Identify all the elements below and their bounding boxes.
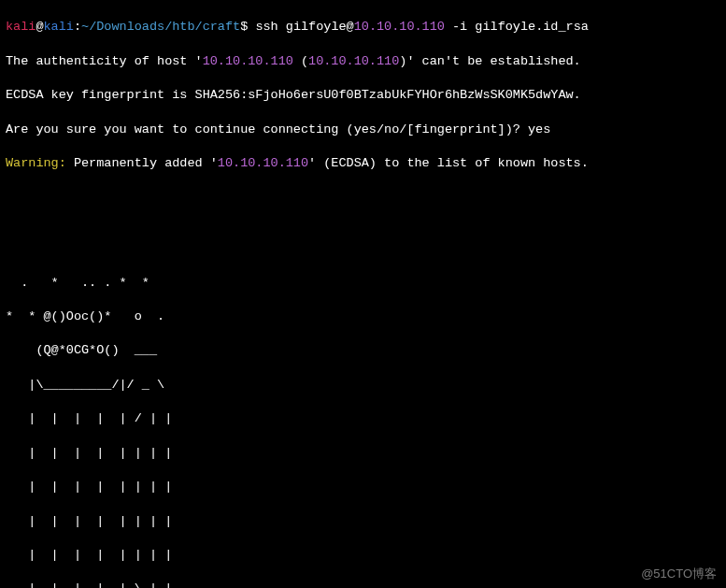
auth-line: The authenticity of host '10.10.10.110 (… [6, 53, 720, 70]
ascii-art: . * .. . * * * * @()Ooc()* o . (Q@*0CG*O… [6, 189, 720, 588]
terminal-output[interactable]: kali@kali:~/Downloads/htb/craft$ ssh gil… [6, 2, 720, 588]
prompt-line-1: kali@kali:~/Downloads/htb/craft$ ssh gil… [6, 19, 720, 36]
warning-label: Warning: [6, 156, 66, 170]
warning-line: Warning: Permanently added '10.10.10.110… [6, 155, 720, 172]
ssh-cmd-pre: ssh gilfoyle@ [255, 20, 353, 34]
ssh-ip: 10.10.10.110 [354, 20, 445, 34]
user: kali [6, 20, 36, 34]
cwd: ~/Downloads/htb/craft [81, 20, 240, 34]
watermark: @51CTO博客 [641, 566, 717, 582]
host: kali [44, 20, 74, 34]
confirm-line: Are you sure you want to continue connec… [6, 122, 720, 138]
fingerprint-line: ECDSA key fingerprint is SHA256:sFjoHo6e… [6, 87, 720, 104]
